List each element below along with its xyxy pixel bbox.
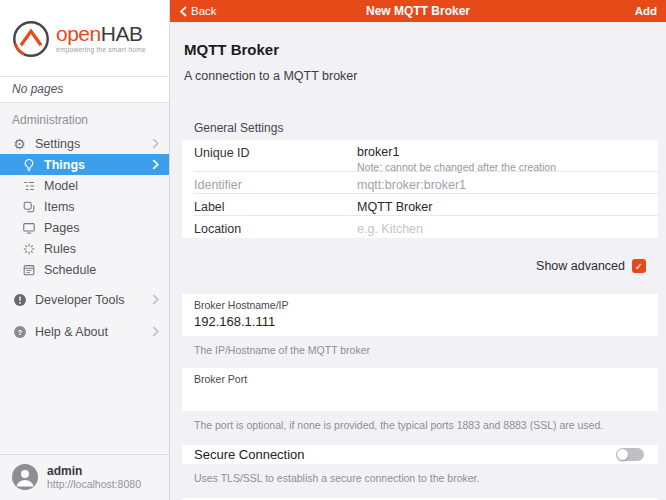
broker-port-helper: The port is optional, if none is provide… <box>194 419 642 431</box>
secure-connection-card: Secure Connection <box>182 445 658 464</box>
secure-connection-helper: Uses TLS/SSL to establish a secure conne… <box>194 472 642 484</box>
main-panel: Back New MQTT Broker Add MQTT Broker A c… <box>170 0 666 500</box>
brand-open: open <box>56 22 101 45</box>
user-name: admin <box>47 464 141 478</box>
identifier-label: Identifier <box>194 172 357 192</box>
admin-section-label: Administration <box>0 103 169 133</box>
sidebar-item-settings[interactable]: ⚙ Settings <box>0 133 169 154</box>
checkmark-icon: ✓ <box>635 261 643 272</box>
sidebar-item-developer-tools[interactable]: Developer Tools <box>0 289 169 310</box>
server-url: http://localhost:8080 <box>47 478 141 490</box>
secure-connection-label: Secure Connection <box>194 447 305 462</box>
show-advanced-checkbox[interactable]: ✓ <box>632 259 646 273</box>
sidebar-item-help-about[interactable]: ? Help & About <box>0 321 169 342</box>
brand-tagline: empowering the smart home <box>56 46 146 53</box>
broker-hostname-helper: The IP/Hostname of the MQTT broker <box>194 344 642 356</box>
identifier-row: Identifier mqtt:broker:broker1 <box>182 172 658 194</box>
model-tree-icon <box>21 178 36 193</box>
sidebar-item-label: Developer Tools <box>35 293 124 307</box>
label-field-value[interactable]: MQTT Broker <box>357 194 432 214</box>
back-button[interactable]: Back <box>179 5 217 17</box>
broker-hostname-label: Broker Hostname/IP <box>194 299 646 311</box>
sidebar-item-label: Pages <box>44 221 79 235</box>
identifier-value: mqtt:broker:broker1 <box>357 172 466 192</box>
secure-connection-toggle[interactable] <box>616 448 644 461</box>
spark-icon <box>21 241 36 256</box>
location-row[interactable]: Location <box>182 216 658 238</box>
navbar: Back New MQTT Broker Add <box>170 0 666 22</box>
show-advanced-label: Show advanced <box>536 259 625 273</box>
unique-id-label: Unique ID <box>194 140 357 160</box>
general-settings-card: Unique ID broker1 Note: cannot be change… <box>182 140 658 238</box>
sidebar-item-label: Things <box>44 158 85 172</box>
sidebar: openHAB empowering the smart home No pag… <box>0 0 170 500</box>
lightbulb-icon <box>21 157 36 172</box>
brand-text: openHAB empowering the smart home <box>56 23 146 53</box>
sidebar-item-label: Items <box>44 200 75 214</box>
add-button[interactable]: Add <box>635 5 657 17</box>
broker-hostname-card[interactable]: Broker Hostname/IP 192.168.1.111 <box>182 294 658 336</box>
broker-port-card[interactable]: Broker Port <box>182 368 658 411</box>
page-description: A connection to a MQTT broker <box>184 69 652 83</box>
broker-hostname-value[interactable]: 192.168.1.111 <box>194 314 646 329</box>
chevron-right-icon <box>150 326 161 337</box>
copy-icon <box>21 199 36 214</box>
chevron-right-icon <box>150 294 161 305</box>
page-title: MQTT Broker <box>184 41 652 58</box>
svg-text:?: ? <box>17 327 22 336</box>
page-content: MQTT Broker A connection to a MQTT broke… <box>170 22 666 500</box>
chevron-left-icon <box>179 6 188 17</box>
toggle-knob <box>617 449 628 460</box>
label-field-label: Label <box>194 194 357 214</box>
openhab-logo: openHAB empowering the smart home <box>0 0 169 76</box>
calendar-icon <box>21 262 36 277</box>
sidebar-item-label: Settings <box>35 137 80 151</box>
show-advanced-row: Show advanced ✓ <box>170 259 646 273</box>
gear-icon: ⚙ <box>12 136 27 151</box>
sidebar-item-things[interactable]: Things <box>0 154 169 175</box>
monitor-icon <box>21 220 36 235</box>
avatar <box>12 464 38 490</box>
sidebar-item-label: Help & About <box>35 325 108 339</box>
sidebar-item-items[interactable]: Items <box>0 196 169 217</box>
location-input[interactable] <box>357 216 557 236</box>
sidebar-item-label: Schedule <box>44 263 96 277</box>
chevron-right-icon <box>150 138 161 149</box>
sidebar-item-pages[interactable]: Pages <box>0 217 169 238</box>
unique-id-value[interactable]: broker1 <box>357 140 556 159</box>
page-navbar-title: New MQTT Broker <box>366 4 470 18</box>
sidebar-menu: Administration ⚙ Settings Things Model <box>0 103 169 500</box>
sidebar-item-schedule[interactable]: Schedule <box>0 259 169 280</box>
brand-hab: HAB <box>101 22 143 45</box>
broker-port-input[interactable] <box>194 388 646 403</box>
sidebar-item-label: Rules <box>44 242 76 256</box>
back-label: Back <box>191 5 217 17</box>
developer-tools-icon <box>12 292 27 307</box>
unique-id-row[interactable]: Unique ID broker1 Note: cannot be change… <box>182 140 658 172</box>
help-icon: ? <box>12 324 27 339</box>
openhab-logo-icon <box>10 18 52 64</box>
location-label: Location <box>194 216 357 236</box>
label-row[interactable]: Label MQTT Broker <box>182 194 658 216</box>
sidebar-item-model[interactable]: Model <box>0 175 169 196</box>
no-pages-label: No pages <box>0 76 169 103</box>
sidebar-item-rules[interactable]: Rules <box>0 238 169 259</box>
general-settings-label: General Settings <box>194 121 642 135</box>
sidebar-item-label: Model <box>44 179 78 193</box>
broker-port-label: Broker Port <box>194 373 646 385</box>
chevron-right-icon <box>150 159 161 170</box>
user-account[interactable]: admin http://localhost:8080 <box>0 454 169 500</box>
